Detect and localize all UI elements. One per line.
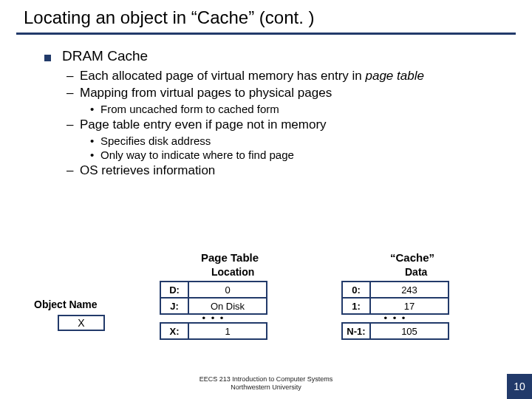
cell-val: 1: [188, 323, 267, 339]
footer-line: EECS 213 Introduction to Computer System…: [0, 375, 532, 383]
footer-line: Northwestern University: [0, 383, 532, 392]
table-row: N-1: 105: [342, 323, 449, 339]
diagram: Object Name X Page Table Location “Cache…: [28, 251, 504, 369]
table-row: 1: 17: [342, 298, 449, 314]
bullet-l3: Only way to indicate where to find page: [100, 149, 516, 161]
dots-row: • • •: [342, 314, 449, 323]
bullet-l1: DRAM Cache: [62, 48, 516, 64]
italic-text: page table: [365, 69, 423, 83]
slide-title: Locating an object in “Cache” (cont. ): [24, 7, 516, 28]
bullet-l3: Specifies disk address: [100, 134, 516, 147]
bullet-l2: Each allocated page of virtual memory ha…: [80, 69, 516, 83]
page-table-title: Page Table: [201, 251, 259, 264]
table-row: 0: 243: [342, 282, 449, 298]
dots-icon: • • •: [160, 314, 267, 323]
cache-title: “Cache”: [390, 251, 434, 264]
table-row: X: 1: [160, 323, 267, 339]
page-number: 10: [507, 374, 532, 399]
object-name-box: X: [58, 315, 105, 331]
bullet-l2: Mapping from virtual pages to physical p…: [80, 86, 516, 100]
location-header: Location: [211, 266, 254, 278]
text: Each allocated page of virtual memory ha…: [80, 69, 365, 83]
cell-key: X:: [160, 323, 188, 339]
cell-key: 1:: [342, 298, 370, 314]
cell-val: On Disk: [188, 298, 267, 314]
cell-key: J:: [160, 298, 188, 314]
cell-val: 17: [370, 298, 449, 314]
table-row: J: On Disk: [160, 298, 267, 314]
bullet-l3: From uncached form to cached form: [100, 103, 516, 115]
slide-content: DRAM Cache Each allocated page of virtua…: [0, 35, 532, 178]
bullet-l2: OS retrieves information: [80, 163, 516, 178]
dots-icon: • • •: [342, 314, 449, 323]
cell-val: 0: [188, 282, 267, 298]
data-header: Data: [405, 266, 427, 278]
cell-key: 0:: [342, 282, 370, 298]
table-row: D: 0: [160, 282, 267, 298]
cell-val: 105: [370, 323, 449, 339]
object-name-label: Object Name: [34, 299, 98, 310]
cache-table: 0: 243 1: 17 • • • N-1: 105: [341, 281, 449, 340]
cell-key: D:: [160, 282, 188, 298]
footer: EECS 213 Introduction to Computer System…: [0, 375, 532, 392]
bullet-l2: Page table entry even if page not in mem…: [80, 117, 516, 132]
dots-row: • • •: [160, 314, 267, 323]
cell-key: N-1:: [342, 323, 370, 339]
cell-val: 243: [370, 282, 449, 298]
page-table: D: 0 J: On Disk • • • X: 1: [160, 281, 267, 340]
